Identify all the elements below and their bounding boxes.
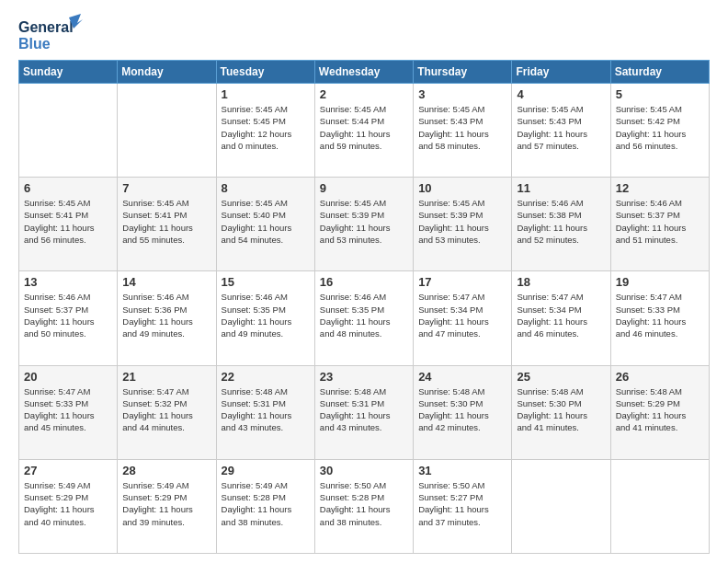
day-number: 12 — [616, 181, 704, 195]
weekday-header-row: SundayMondayTuesdayWednesdayThursdayFrid… — [19, 61, 710, 84]
weekday-header-cell: Saturday — [610, 61, 709, 84]
calendar-cell: 1Sunrise: 5:45 AMSunset: 5:45 PMDaylight… — [216, 84, 314, 178]
day-number: 15 — [222, 275, 310, 289]
day-number: 17 — [418, 275, 506, 289]
calendar-body: 1Sunrise: 5:45 AMSunset: 5:45 PMDaylight… — [19, 84, 710, 554]
cell-info: Sunrise: 5:46 AMSunset: 5:35 PMDaylight:… — [222, 291, 310, 339]
cell-info: Sunrise: 5:50 AMSunset: 5:28 PMDaylight:… — [320, 479, 408, 528]
day-number: 29 — [222, 464, 310, 477]
cell-info: Sunrise: 5:48 AMSunset: 5:30 PMDaylight:… — [418, 385, 506, 434]
cell-info: Sunrise: 5:46 AMSunset: 5:36 PMDaylight:… — [122, 291, 210, 339]
day-number: 24 — [418, 370, 506, 384]
day-number: 2 — [320, 87, 408, 101]
calendar-cell — [118, 84, 216, 178]
calendar-cell: 20Sunrise: 5:47 AMSunset: 5:33 PMDayligh… — [19, 365, 118, 459]
calendar-cell: 18Sunrise: 5:47 AMSunset: 5:34 PMDayligh… — [512, 271, 610, 365]
cell-info: Sunrise: 5:47 AMSunset: 5:34 PMDaylight:… — [418, 291, 506, 339]
day-number: 7 — [122, 181, 210, 195]
calendar-week-row: 6Sunrise: 5:45 AMSunset: 5:41 PMDaylight… — [19, 178, 710, 271]
day-number: 8 — [222, 181, 310, 195]
calendar-cell: 14Sunrise: 5:46 AMSunset: 5:36 PMDayligh… — [118, 271, 216, 365]
cell-info: Sunrise: 5:47 AMSunset: 5:32 PMDaylight:… — [122, 385, 210, 434]
calendar-cell: 26Sunrise: 5:48 AMSunset: 5:29 PMDayligh… — [610, 365, 709, 459]
calendar-table: SundayMondayTuesdayWednesdayThursdayFrid… — [18, 60, 710, 554]
logo-svg: GeneralBlue — [18, 14, 83, 52]
calendar-cell: 4Sunrise: 5:45 AMSunset: 5:43 PMDaylight… — [512, 84, 610, 178]
cell-info: Sunrise: 5:45 AMSunset: 5:39 PMDaylight:… — [320, 197, 408, 246]
calendar-cell: 5Sunrise: 5:45 AMSunset: 5:42 PMDaylight… — [610, 84, 709, 178]
cell-info: Sunrise: 5:45 AMSunset: 5:43 PMDaylight:… — [418, 103, 506, 152]
calendar-cell: 6Sunrise: 5:45 AMSunset: 5:41 PMDaylight… — [19, 178, 118, 271]
cell-info: Sunrise: 5:48 AMSunset: 5:30 PMDaylight:… — [517, 385, 605, 434]
day-number: 1 — [222, 87, 310, 101]
calendar-cell: 27Sunrise: 5:49 AMSunset: 5:29 PMDayligh… — [19, 459, 118, 553]
cell-info: Sunrise: 5:45 AMSunset: 5:39 PMDaylight:… — [418, 197, 506, 246]
day-number: 3 — [418, 87, 506, 101]
cell-info: Sunrise: 5:46 AMSunset: 5:38 PMDaylight:… — [517, 197, 605, 246]
calendar-cell: 16Sunrise: 5:46 AMSunset: 5:35 PMDayligh… — [314, 271, 413, 365]
cell-info: Sunrise: 5:48 AMSunset: 5:29 PMDaylight:… — [616, 385, 704, 434]
day-number: 19 — [616, 275, 704, 289]
day-number: 11 — [517, 181, 605, 195]
cell-info: Sunrise: 5:45 AMSunset: 5:41 PMDaylight:… — [24, 197, 112, 246]
day-number: 10 — [418, 181, 506, 195]
calendar-cell — [610, 459, 709, 553]
calendar-cell: 2Sunrise: 5:45 AMSunset: 5:44 PMDaylight… — [314, 84, 413, 178]
calendar-cell: 24Sunrise: 5:48 AMSunset: 5:30 PMDayligh… — [414, 365, 512, 459]
calendar-cell: 31Sunrise: 5:50 AMSunset: 5:27 PMDayligh… — [414, 459, 512, 553]
cell-info: Sunrise: 5:48 AMSunset: 5:31 PMDaylight:… — [222, 385, 310, 434]
cell-info: Sunrise: 5:48 AMSunset: 5:31 PMDaylight:… — [320, 385, 408, 434]
calendar-cell: 11Sunrise: 5:46 AMSunset: 5:38 PMDayligh… — [512, 178, 610, 271]
page: GeneralBlue SundayMondayTuesdayWednesday… — [0, 0, 728, 563]
weekday-header-cell: Monday — [118, 61, 216, 84]
day-number: 27 — [24, 464, 112, 477]
calendar-cell: 15Sunrise: 5:46 AMSunset: 5:35 PMDayligh… — [216, 271, 314, 365]
cell-info: Sunrise: 5:45 AMSunset: 5:43 PMDaylight:… — [517, 103, 605, 152]
calendar-cell: 17Sunrise: 5:47 AMSunset: 5:34 PMDayligh… — [414, 271, 512, 365]
cell-info: Sunrise: 5:49 AMSunset: 5:29 PMDaylight:… — [122, 479, 210, 528]
calendar-cell: 13Sunrise: 5:46 AMSunset: 5:37 PMDayligh… — [19, 271, 118, 365]
svg-text:General: General — [18, 19, 74, 35]
calendar-cell: 19Sunrise: 5:47 AMSunset: 5:33 PMDayligh… — [610, 271, 709, 365]
cell-info: Sunrise: 5:47 AMSunset: 5:33 PMDaylight:… — [24, 385, 112, 434]
day-number: 28 — [122, 464, 210, 477]
day-number: 31 — [418, 464, 506, 477]
cell-info: Sunrise: 5:49 AMSunset: 5:28 PMDaylight:… — [222, 479, 310, 528]
calendar-cell — [19, 84, 118, 178]
calendar-cell: 28Sunrise: 5:49 AMSunset: 5:29 PMDayligh… — [118, 459, 216, 553]
calendar-cell: 22Sunrise: 5:48 AMSunset: 5:31 PMDayligh… — [216, 365, 314, 459]
cell-info: Sunrise: 5:45 AMSunset: 5:42 PMDaylight:… — [616, 103, 704, 152]
cell-info: Sunrise: 5:45 AMSunset: 5:40 PMDaylight:… — [222, 197, 310, 246]
cell-info: Sunrise: 5:46 AMSunset: 5:37 PMDaylight:… — [616, 197, 704, 246]
calendar-cell: 3Sunrise: 5:45 AMSunset: 5:43 PMDaylight… — [414, 84, 512, 178]
calendar-week-row: 1Sunrise: 5:45 AMSunset: 5:45 PMDaylight… — [19, 84, 710, 178]
logo: GeneralBlue — [18, 14, 83, 52]
calendar-cell: 21Sunrise: 5:47 AMSunset: 5:32 PMDayligh… — [118, 365, 216, 459]
weekday-header-cell: Friday — [512, 61, 610, 84]
cell-info: Sunrise: 5:45 AMSunset: 5:44 PMDaylight:… — [320, 103, 408, 152]
day-number: 22 — [222, 370, 310, 384]
weekday-header-cell: Thursday — [414, 61, 512, 84]
day-number: 30 — [320, 464, 408, 477]
calendar-week-row: 20Sunrise: 5:47 AMSunset: 5:33 PMDayligh… — [19, 365, 710, 459]
day-number: 5 — [616, 87, 704, 101]
cell-info: Sunrise: 5:45 AMSunset: 5:41 PMDaylight:… — [122, 197, 210, 246]
day-number: 4 — [517, 87, 605, 101]
weekday-header-cell: Tuesday — [216, 61, 314, 84]
day-number: 21 — [122, 370, 210, 384]
calendar-cell: 7Sunrise: 5:45 AMSunset: 5:41 PMDaylight… — [118, 178, 216, 271]
day-number: 16 — [320, 275, 408, 289]
cell-info: Sunrise: 5:45 AMSunset: 5:45 PMDaylight:… — [222, 103, 310, 152]
day-number: 14 — [122, 275, 210, 289]
calendar-cell: 10Sunrise: 5:45 AMSunset: 5:39 PMDayligh… — [414, 178, 512, 271]
weekday-header-cell: Wednesday — [314, 61, 413, 84]
cell-info: Sunrise: 5:49 AMSunset: 5:29 PMDaylight:… — [24, 479, 112, 528]
day-number: 26 — [616, 370, 704, 384]
cell-info: Sunrise: 5:46 AMSunset: 5:35 PMDaylight:… — [320, 291, 408, 339]
cell-info: Sunrise: 5:50 AMSunset: 5:27 PMDaylight:… — [418, 479, 506, 528]
calendar-cell: 29Sunrise: 5:49 AMSunset: 5:28 PMDayligh… — [216, 459, 314, 553]
day-number: 13 — [24, 275, 112, 289]
cell-info: Sunrise: 5:46 AMSunset: 5:37 PMDaylight:… — [24, 291, 112, 339]
calendar-cell: 23Sunrise: 5:48 AMSunset: 5:31 PMDayligh… — [314, 365, 413, 459]
calendar-cell: 25Sunrise: 5:48 AMSunset: 5:30 PMDayligh… — [512, 365, 610, 459]
